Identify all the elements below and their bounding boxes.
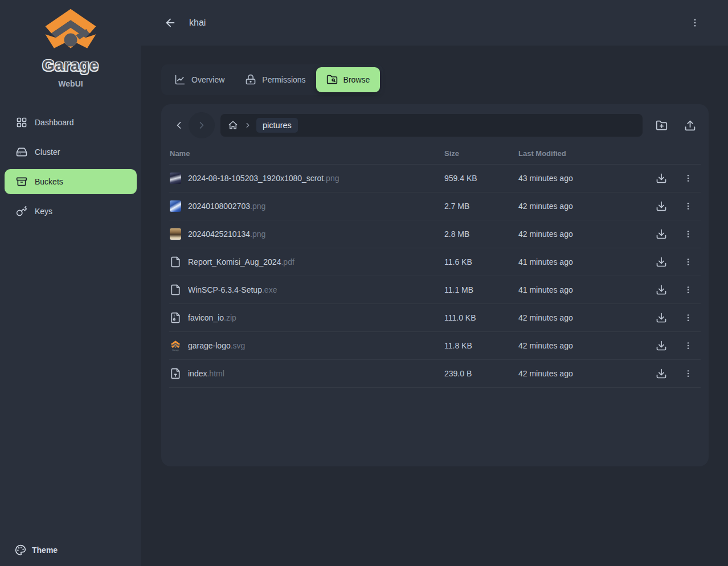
sidebar-item-label: Keys — [35, 207, 52, 216]
kebab-menu-icon — [684, 202, 693, 211]
download-icon — [656, 312, 667, 323]
tab-permissions[interactable]: Permissions — [235, 67, 316, 92]
new-folder-button[interactable] — [656, 120, 668, 132]
row-menu-button[interactable] — [682, 284, 694, 296]
breadcrumb-home-button[interactable] — [228, 120, 238, 130]
file-extension: .png — [250, 202, 265, 211]
table-row[interactable]: favicon_io.zip 111.0 KB 42 minutes ago — [169, 304, 701, 332]
download-icon — [656, 256, 667, 268]
file-extension: .pdf — [281, 257, 294, 266]
file-link[interactable]: favicon_io.zip — [188, 313, 236, 322]
download-icon — [656, 368, 667, 379]
kebab-menu-icon — [684, 341, 693, 350]
download-button[interactable] — [655, 339, 668, 352]
row-menu-button[interactable] — [682, 228, 694, 240]
garage-logo-thumbnail: Garage — [170, 340, 181, 351]
file-name: WinSCP-6.3.4-Setup — [188, 285, 262, 294]
chart-line-icon — [174, 74, 186, 85]
file-extension: .exe — [262, 285, 277, 294]
download-button[interactable] — [655, 171, 668, 185]
table-row[interactable]: 2024-08-18-105203_1920x1080_scrot.png 95… — [169, 165, 701, 192]
breadcrumb-folder-pictures[interactable]: pictures — [256, 118, 298, 133]
file-name: 20240108002703 — [188, 202, 250, 211]
table-row[interactable]: index.html 239.0 B 42 minutes ago — [169, 360, 701, 388]
file-extension: .zip — [224, 313, 236, 322]
row-menu-button[interactable] — [682, 340, 694, 351]
file-link[interactable]: 20240425210134.png — [188, 229, 265, 239]
browse-toolbar: pictures — [169, 112, 701, 138]
file-name: index — [188, 369, 207, 378]
download-button[interactable] — [655, 283, 668, 297]
file-link[interactable]: Report_Komisi_Aug_2024.pdf — [188, 257, 295, 266]
download-icon — [656, 200, 667, 212]
sidebar-item-cluster[interactable]: Cluster — [5, 140, 137, 165]
column-header-size: Size — [444, 149, 518, 158]
upload-button[interactable] — [684, 120, 696, 132]
file-link[interactable]: garage-logo.svg — [188, 341, 245, 350]
download-button[interactable] — [655, 199, 668, 213]
garage-logo-icon — [44, 8, 97, 54]
download-button[interactable] — [655, 367, 668, 380]
file-size: 11.1 MB — [444, 285, 518, 294]
kebab-menu-icon — [684, 174, 693, 183]
row-menu-button[interactable] — [682, 173, 694, 184]
table-row[interactable]: Report_Komisi_Aug_2024.pdf 11.6 KB 41 mi… — [169, 248, 701, 276]
bucket-menu-button[interactable] — [688, 15, 702, 30]
sidebar-item-keys[interactable]: Keys — [5, 199, 137, 224]
bucket-header: khai — [141, 0, 728, 46]
sidebar-item-dashboard[interactable]: Dashboard — [5, 110, 137, 135]
file-modified: 42 minutes ago — [518, 369, 647, 378]
table-row[interactable]: 20240425210134.png 2.8 MB 42 minutes ago — [169, 220, 701, 248]
file-link[interactable]: index.html — [188, 369, 224, 378]
kebab-menu-icon — [690, 18, 700, 28]
file-link[interactable]: 2024-08-18-105203_1920x1080_scrot.png — [188, 174, 339, 183]
history-back-button[interactable] — [169, 113, 189, 138]
file-link[interactable]: WinSCP-6.3.4-Setup.exe — [188, 285, 277, 294]
image-thumbnail — [170, 200, 181, 212]
sidebar-item-label: Buckets — [35, 177, 63, 186]
row-menu-button[interactable] — [682, 368, 694, 379]
tab-overview[interactable]: Overview — [164, 67, 235, 92]
image-thumbnail — [170, 173, 181, 184]
hard-drive-icon — [16, 146, 27, 158]
row-menu-button[interactable] — [682, 256, 694, 268]
back-button[interactable] — [164, 17, 177, 29]
content-area: Overview Permissions Browse — [141, 46, 728, 566]
download-button[interactable] — [655, 311, 668, 325]
table-row[interactable]: WinSCP-6.3.4-Setup.exe 11.1 MB 41 minute… — [169, 276, 701, 304]
download-button[interactable] — [655, 255, 668, 269]
file-size: 239.0 B — [444, 369, 518, 378]
tab-browse[interactable]: Browse — [316, 67, 381, 92]
table-row[interactable]: Garage garage-logo.svg 11.8 KB 42 minute… — [169, 332, 701, 360]
row-menu-button[interactable] — [682, 312, 694, 323]
file-type-icon — [170, 368, 181, 379]
download-button[interactable] — [655, 227, 668, 241]
file-name: favicon_io — [188, 313, 224, 322]
breadcrumb: pictures — [220, 114, 643, 137]
theme-toggle[interactable]: Theme — [0, 533, 141, 566]
table-header: Name Size Last Modified — [169, 143, 701, 165]
sidebar-item-buckets[interactable]: Buckets — [5, 169, 137, 194]
folder-search-icon — [326, 74, 338, 85]
tab-label: Permissions — [262, 75, 305, 84]
kebab-menu-icon — [684, 257, 693, 266]
file-icon — [170, 256, 181, 268]
app-subtitle: WebUI — [0, 79, 141, 88]
file-name: Report_Komisi_Aug_2024 — [188, 257, 281, 266]
history-forward-button[interactable] — [189, 112, 215, 138]
main-area: khai Overview — [141, 0, 728, 566]
download-icon — [656, 173, 667, 184]
lock-icon — [245, 74, 256, 85]
file-size: 2.8 MB — [444, 229, 518, 239]
file-name: garage-logo — [188, 341, 231, 350]
row-menu-button[interactable] — [682, 200, 694, 212]
file-link[interactable]: 20240108002703.png — [188, 202, 265, 211]
upload-icon — [684, 120, 696, 132]
kebab-menu-icon — [684, 313, 693, 322]
table-row[interactable]: 20240108002703.png 2.7 MB 42 minutes ago — [169, 192, 701, 220]
sidebar-item-label: Dashboard — [35, 118, 74, 127]
download-icon — [656, 284, 667, 296]
file-modified: 42 minutes ago — [518, 229, 647, 239]
file-modified: 42 minutes ago — [518, 313, 647, 322]
file-modified: 41 minutes ago — [518, 257, 647, 266]
